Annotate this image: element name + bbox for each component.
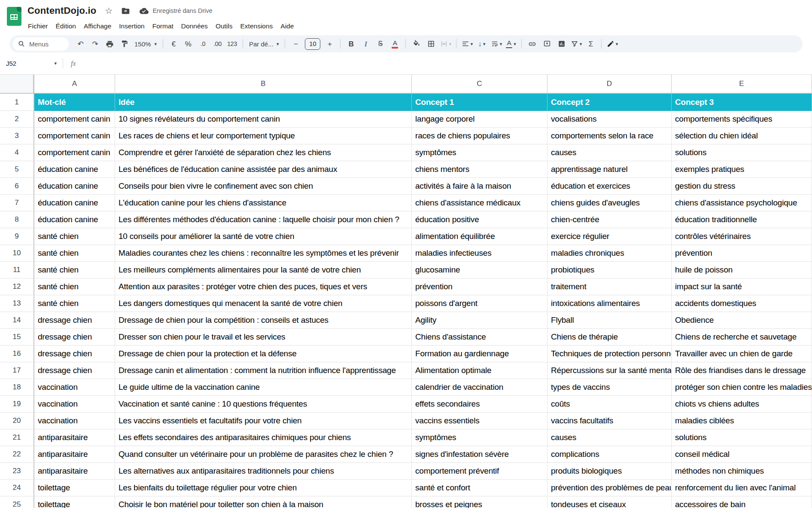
- row-number[interactable]: 22: [0, 446, 34, 463]
- column-header-b[interactable]: B: [115, 75, 412, 93]
- column-header-a[interactable]: A: [34, 75, 115, 93]
- cell[interactable]: comportement canin: [34, 128, 115, 144]
- cell[interactable]: alimentation équilibrée: [412, 228, 547, 245]
- cell[interactable]: Le guide ultime de la vaccination canine: [115, 379, 412, 396]
- cell[interactable]: antiparasitaire: [34, 429, 115, 446]
- text-rotation-button[interactable]: A ▾: [504, 37, 518, 50]
- cell[interactable]: renforcement du lien avec l'animal: [672, 480, 812, 496]
- row-number[interactable]: 6: [0, 178, 34, 195]
- cell[interactable]: chiens mentors: [412, 161, 547, 178]
- row-number[interactable]: 20: [0, 413, 34, 429]
- cell[interactable]: Conseils pour bien vivre le confinement …: [115, 178, 412, 195]
- row-number[interactable]: 4: [0, 144, 34, 161]
- cell[interactable]: apprentissage naturel: [547, 161, 672, 178]
- row-number[interactable]: 18: [0, 379, 34, 396]
- text-color-button[interactable]: A: [388, 37, 402, 50]
- cell[interactable]: Les bénéfices de l'éducation canine assi…: [115, 161, 412, 178]
- cell[interactable]: santé et confort: [412, 480, 547, 496]
- cell[interactable]: sélection du chien idéal: [672, 128, 812, 144]
- cell[interactable]: antiparasitaire: [34, 446, 115, 463]
- insert-link-button[interactable]: [525, 37, 539, 50]
- cell[interactable]: intoxications alimentaires: [547, 295, 672, 312]
- menu-affichage[interactable]: Affichage: [80, 21, 115, 31]
- cell[interactable]: Techniques de protection personne: [547, 346, 672, 362]
- zoom-select[interactable]: 150%▾: [132, 37, 159, 50]
- row-number[interactable]: 24: [0, 480, 34, 496]
- row-number[interactable]: 14: [0, 312, 34, 329]
- cell[interactable]: toilettage: [34, 496, 115, 508]
- cell[interactable]: santé chien: [34, 295, 115, 312]
- search-menus-button[interactable]: Menus: [13, 37, 69, 51]
- cell[interactable]: toilettage: [34, 480, 115, 496]
- cell[interactable]: antiparasitaire: [34, 463, 115, 480]
- cell[interactable]: Vaccination et santé canine : 10 questio…: [115, 396, 412, 413]
- row-number[interactable]: 3: [0, 128, 34, 144]
- cell[interactable]: gestion du stress: [672, 178, 812, 195]
- select-all-corner[interactable]: [0, 75, 34, 93]
- cell[interactable]: exercice régulier: [547, 228, 672, 245]
- cell[interactable]: langage corporel: [412, 111, 547, 128]
- cell[interactable]: dressage chien: [34, 346, 115, 362]
- cell[interactable]: éducation canine: [34, 195, 115, 211]
- cell[interactable]: chien-centrée: [547, 211, 672, 228]
- cell[interactable]: comportement canin: [34, 144, 115, 161]
- cell[interactable]: prévention des problèmes de peau: [547, 480, 672, 496]
- cell[interactable]: produits biologiques: [547, 463, 672, 480]
- font-size-input[interactable]: 10: [305, 38, 320, 50]
- decrease-decimal-button[interactable]: .0: [196, 37, 210, 50]
- menu-outils[interactable]: Outils: [212, 21, 237, 31]
- row-number[interactable]: 17: [0, 362, 34, 379]
- functions-button[interactable]: Σ: [584, 37, 598, 50]
- cell[interactable]: races de chiens populaires: [412, 128, 547, 144]
- cell[interactable]: éducation traditionnelle: [672, 211, 812, 228]
- cell[interactable]: accessoires de bain: [672, 496, 812, 508]
- cell[interactable]: symptômes: [412, 144, 547, 161]
- cell[interactable]: comportement préventif: [412, 463, 547, 480]
- cell[interactable]: santé chien: [34, 262, 115, 278]
- cell[interactable]: Idée: [115, 94, 412, 111]
- cell[interactable]: huile de poisson: [672, 262, 812, 278]
- cell[interactable]: comportements spécifiques: [672, 111, 812, 128]
- filter-button[interactable]: ▾: [569, 37, 583, 50]
- cell[interactable]: 10 signes révélateurs du comportement ca…: [115, 111, 412, 128]
- cell[interactable]: effets secondaires: [412, 396, 547, 413]
- sheets-logo-icon[interactable]: [7, 7, 21, 26]
- cell[interactable]: coûts: [547, 396, 672, 413]
- cell[interactable]: Les effets secondaires des antiparasitai…: [115, 429, 412, 446]
- row-number[interactable]: 13: [0, 295, 34, 312]
- cell[interactable]: Les races de chiens et leur comportement…: [115, 128, 412, 144]
- cell[interactable]: Flyball: [547, 312, 672, 329]
- cell[interactable]: calendrier de vaccination: [412, 379, 547, 396]
- text-wrap-button[interactable]: ▾: [489, 37, 503, 50]
- cell[interactable]: éducation canine: [34, 161, 115, 178]
- cell[interactable]: santé chien: [34, 228, 115, 245]
- cell[interactable]: Dresser son chien pour le travail et les…: [115, 329, 412, 346]
- cell[interactable]: Attention aux parasites : protéger votre…: [115, 278, 412, 295]
- cell[interactable]: éducation canine: [34, 178, 115, 195]
- cell[interactable]: traitement: [547, 278, 672, 295]
- cell[interactable]: comportements selon la race: [547, 128, 672, 144]
- name-box[interactable]: J52 ▾: [0, 60, 61, 67]
- vertical-align-button[interactable]: ↓ ▾: [474, 37, 489, 50]
- star-icon[interactable]: ☆: [105, 6, 113, 15]
- cell[interactable]: brosses et peignes: [412, 496, 547, 508]
- menu-format[interactable]: Format: [149, 21, 177, 31]
- cell[interactable]: Les meilleurs compléments alimentaires p…: [115, 262, 412, 278]
- cell[interactable]: Les différentes méthodes d'éducation can…: [115, 211, 412, 228]
- cell[interactable]: vaccination: [34, 413, 115, 429]
- cell[interactable]: activités à faire à la maison: [412, 178, 547, 195]
- cell[interactable]: Chiens de thérapie: [547, 329, 672, 346]
- borders-button[interactable]: [424, 37, 438, 50]
- save-status[interactable]: Enregistré dans Drive: [140, 6, 212, 15]
- increase-font-size-button[interactable]: +: [322, 37, 337, 50]
- cell[interactable]: complications: [547, 446, 672, 463]
- cell[interactable]: vaccins essentiels: [412, 413, 547, 429]
- cell[interactable]: éducation positive: [412, 211, 547, 228]
- cell[interactable]: Les dangers domestiques qui menacent la …: [115, 295, 412, 312]
- cell[interactable]: Formation au gardiennage: [412, 346, 547, 362]
- format-currency-button[interactable]: €: [167, 37, 181, 50]
- row-number[interactable]: 11: [0, 262, 34, 278]
- cell[interactable]: dressage chien: [34, 362, 115, 379]
- cell[interactable]: vaccination: [34, 379, 115, 396]
- cell[interactable]: types de vaccins: [547, 379, 672, 396]
